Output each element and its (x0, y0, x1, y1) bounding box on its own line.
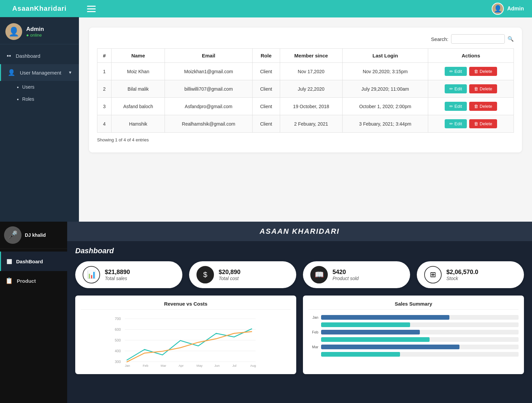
cell-email: Realhamshik@gmail.com (165, 115, 252, 133)
cell-name: Asfand baloch (112, 98, 165, 115)
cell-member-since: Nov 17,2020 (280, 63, 342, 80)
cell-email: Asfandpro@gmail.com (165, 98, 252, 115)
sidebar-bottom-user: 🎤 DJ khalid (0, 222, 67, 249)
edit-button[interactable]: Edit (445, 119, 467, 128)
bar-fill-jan-2 (321, 322, 410, 327)
cell-role: Client (252, 63, 280, 80)
topbar-avatar: 👤 (492, 3, 504, 15)
bar-fill-feb-2 (321, 337, 430, 342)
col-num: # (97, 49, 112, 63)
col-role: Role (252, 49, 280, 63)
bottom-avatar: 🎤 (4, 226, 21, 244)
cell-num: 3 (97, 98, 112, 115)
sidebar-item-roles[interactable]: Roles (10, 93, 79, 105)
stat-total-sales: 📊 $21,8890 Total sales (75, 261, 182, 288)
topbar-user: 👤 Admin (492, 3, 524, 15)
stat-total-cost: $ $20,890 Total cost (189, 261, 296, 288)
bar-track-feb-1 (321, 330, 519, 334)
chevron-down-icon: ▼ (68, 70, 72, 75)
dash-page-title: Dashboard (75, 247, 524, 255)
svg-text:700: 700 (115, 317, 121, 321)
search-row: Search: 🔍 (97, 34, 514, 44)
edit-button[interactable]: Edit (445, 67, 467, 76)
bar-label-jan: Jan (308, 315, 318, 319)
total-cost-text: $20,890 Total cost (219, 269, 240, 281)
bar-fill-feb-1 (321, 330, 420, 334)
sidebar-bottom-dashboard-label: DashBoard (16, 259, 43, 264)
products-sold-value: 5420 (332, 269, 359, 276)
col-last-login: Last Login (342, 49, 428, 63)
total-cost-label: Total cost (219, 276, 240, 281)
bar-row-feb: Feb (308, 330, 519, 334)
total-sales-icon: 📊 (83, 266, 100, 283)
sidebar-item-user-management[interactable]: 👤 User Management ▼ (0, 64, 79, 81)
cell-member-since: 2 Febuary, 2021 (280, 115, 342, 133)
sidebar-item-dashboard[interactable]: ▪▪ Dashboard (0, 48, 79, 64)
sales-chart-card: Sales Summary Jan (303, 296, 524, 374)
delete-button[interactable]: Delete (469, 119, 497, 128)
users-table: # Name Email Role Member since Last Logi… (97, 48, 514, 133)
user-management-icon: 👤 (8, 69, 15, 76)
sidebar-item-users[interactable]: Users (10, 81, 79, 93)
charts-row: Revenue vs Costs 700 600 500 400 300 (75, 296, 524, 374)
main-content-top: 👤 Admin Search: 🔍 # Name Email (79, 0, 532, 222)
delete-button[interactable]: Delete (469, 67, 497, 76)
svg-text:May: May (196, 364, 203, 367)
stat-products-sold: 📖 5420 Product sold (303, 261, 410, 288)
table-row: 3 Asfand baloch Asfandpro@gmail.com Clie… (97, 98, 514, 115)
col-name: Name (112, 49, 165, 63)
total-sales-value: $21,8890 (105, 269, 130, 276)
edit-button[interactable]: Edit (445, 102, 467, 111)
bar-row-jan-2 (308, 322, 519, 327)
products-sold-icon: 📖 (310, 266, 328, 283)
bar-track-mar-1 (321, 345, 519, 349)
cell-member-since: July 22,2020 (280, 80, 342, 98)
delete-button[interactable]: Delete (469, 84, 497, 93)
bar-row-jan: Jan (308, 315, 519, 320)
bar-row-mar: Mar (308, 345, 519, 349)
cell-role: Client (252, 115, 280, 133)
sales-chart-bars: Jan Feb (308, 314, 519, 361)
table-row: 4 Hamshik Realhamshik@gmail.com Client 2… (97, 115, 514, 133)
bar-row-feb-2 (308, 337, 519, 342)
sidebar-bottom-nav: ▦ DashBoard 📋 Product (0, 249, 67, 403)
cell-num: 4 (97, 115, 112, 133)
bar-fill-mar-2 (321, 352, 400, 357)
bar-fill-mar-1 (321, 345, 459, 349)
cell-name: Bilal malik (112, 80, 165, 98)
sidebar-bottom-product[interactable]: 📋 Product (0, 271, 67, 290)
delete-button[interactable]: Delete (469, 102, 497, 111)
products-sold-label: Product sold (332, 276, 359, 281)
svg-text:Jun: Jun (214, 364, 219, 367)
table-card: Search: 🔍 # Name Email Role Member since… (89, 28, 522, 152)
revenue-chart-title: Revenue vs Costs (81, 301, 291, 310)
edit-button[interactable]: Edit (445, 84, 467, 93)
sidebar-status: online (26, 33, 44, 38)
svg-text:Apr: Apr (179, 364, 184, 367)
hamburger-line-2 (87, 8, 96, 9)
sidebar-bottom: 🎤 DJ khalid ▦ DashBoard 📋 Product (0, 222, 67, 403)
cell-email: Moizkhan1@gmail.com (165, 63, 252, 80)
sidebar-nav: ▪▪ Dashboard 👤 User Management ▼ Users R… (0, 44, 79, 105)
sidebar-top: AsaanKharidari 👤 Admin online ▪▪ Dashboa… (0, 0, 79, 222)
svg-text:Feb: Feb (143, 364, 148, 367)
products-sold-text: 5420 Product sold (332, 269, 359, 281)
product-icon: 📋 (5, 277, 13, 284)
total-sales-label: Total sales (105, 276, 130, 281)
cell-actions: Edit Delete (428, 63, 514, 80)
search-input[interactable] (451, 34, 505, 44)
bar-label-feb: Feb (308, 330, 318, 334)
showing-text: Showing 1 of 4 of 4 entries (97, 137, 514, 142)
sidebar-item-user-management-label: User Management (20, 70, 61, 76)
sidebar-bottom-dashboard[interactable]: ▦ DashBoard (0, 252, 67, 271)
svg-text:300: 300 (115, 360, 121, 364)
stock-label: Stock (446, 276, 478, 281)
bottom-username: DJ khalid (25, 232, 46, 238)
hamburger-menu[interactable] (87, 6, 96, 12)
bottom-section: 🎤 DJ khalid ▦ DashBoard 📋 Product ASAAN … (0, 222, 532, 403)
stats-row: 📊 $21,8890 Total sales $ $20,890 Total c… (75, 261, 524, 288)
cell-actions: Edit Delete (428, 115, 514, 133)
stat-stock: ⊞ $2,06,570.0 Stock (417, 261, 524, 288)
cell-last-login: Nov 20,2020; 3:15pm (342, 63, 428, 80)
cell-member-since: 19 October, 2018 (280, 98, 342, 115)
